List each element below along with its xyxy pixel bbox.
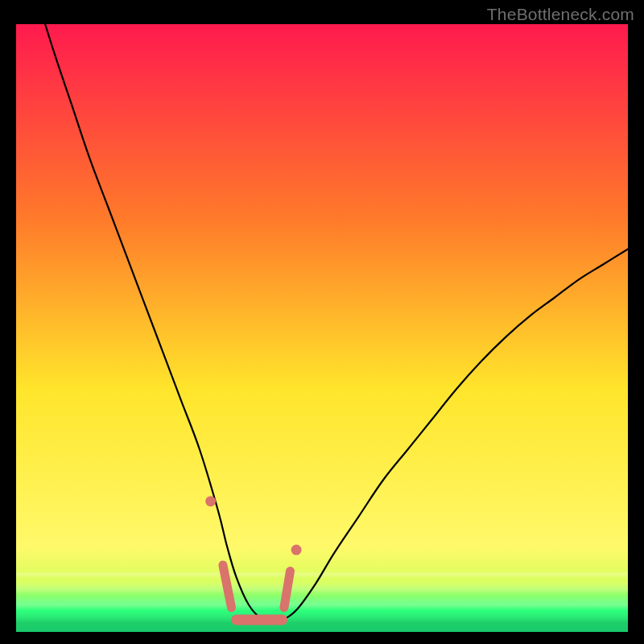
chart-svg [16, 24, 628, 632]
marker-dot [291, 545, 302, 555]
flat-marker-right-stub [284, 572, 291, 608]
plot-area [16, 24, 628, 632]
watermark-text: TheBottleneck.com [487, 5, 634, 24]
chart-frame: TheBottleneck.com [0, 0, 644, 644]
marker-dot [205, 496, 216, 506]
gradient-banding [16, 24, 628, 632]
